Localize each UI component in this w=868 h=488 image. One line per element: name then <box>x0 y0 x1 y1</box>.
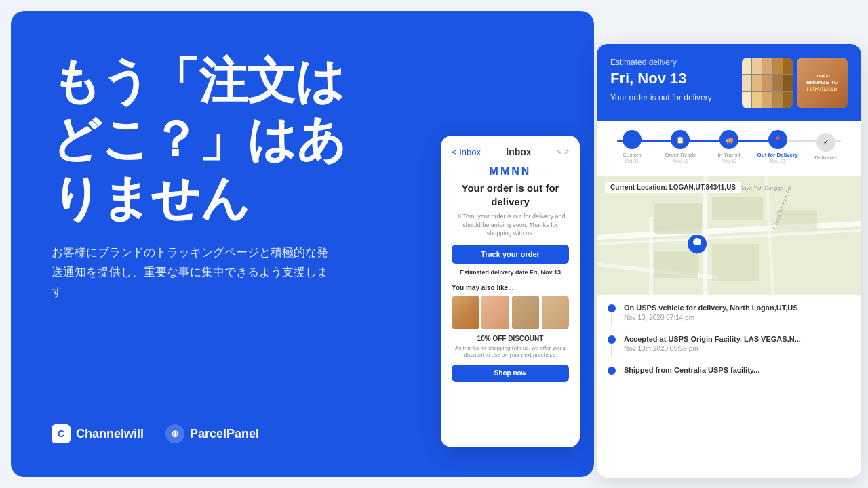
product-image-1 <box>452 296 479 329</box>
parcelpanel-label: ParcelPanel <box>190 427 259 441</box>
timeline-dot-col-1 <box>608 303 616 326</box>
map-current-location: Current Location: LOGAN,UT,84341,US <box>605 182 741 193</box>
timeline-time-2: Nov 13th 2020 05:59 pm <box>624 345 850 352</box>
nav-left-icon[interactable]: < <box>557 147 561 157</box>
svg-rect-11 <box>776 210 817 230</box>
step-custom-icon: → <box>623 130 642 149</box>
email-order-title: Your order is out for delivery <box>452 182 569 208</box>
parcelpanel-icon: ⊕ <box>165 424 184 443</box>
product-thumbnails: L'ORÉAL BRONZE TO PARADISE <box>742 58 848 108</box>
step-in-transit: 🚚 In Transit Nov 12 <box>705 130 753 163</box>
estimated-delivery-line: Estimated delivery date Fri, Nov 13 <box>452 269 569 276</box>
estimated-label: Estimated delivery <box>610 58 734 67</box>
svg-rect-7 <box>654 203 702 234</box>
timeline-time-1: Nov 13, 2020 07:14 pm <box>624 314 850 321</box>
loreal-thumbnail: L'ORÉAL BRONZE TO PARADISE <box>797 58 848 108</box>
palette-thumbnail <box>742 58 793 108</box>
step-delivered: ✓ Delivered <box>802 133 850 161</box>
timeline-dot-1 <box>608 304 616 312</box>
channelwill-brand: C Channelwill <box>52 424 144 443</box>
timeline-event-2: Accepted at USPS Origin Facility, LAS VE… <box>624 334 850 344</box>
timeline-content-1: On USPS vehicle for delivery, North Loga… <box>624 303 850 326</box>
track-order-button[interactable]: Track your order <box>452 245 569 264</box>
timeline-item-2: Accepted at USPS Origin Facility, LAS VE… <box>608 334 850 357</box>
step-order-ready: 📋 Order Ready Nov 11 <box>656 130 705 163</box>
step-custom: → Custom Oct 31 <box>608 130 656 163</box>
email-inbox-title: Inbox <box>506 146 531 157</box>
channelwill-icon: C <box>52 424 71 443</box>
email-card: < Inbox Inbox < > MMNN Your order is out… <box>441 136 580 447</box>
map-area: Jl. Raya Yeh Gangga Jl. Raya Teh Pauh Pi… <box>597 176 861 295</box>
email-back-button[interactable]: < Inbox <box>452 147 481 157</box>
step-order-ready-date: Nov 11 <box>673 159 688 163</box>
step-order-ready-label: Order Ready <box>665 152 696 159</box>
step-out-for-delivery-icon: 📍 <box>768 130 787 149</box>
parcelpanel-brand: ⊕ ParcelPanel <box>165 424 259 443</box>
map-svg: Jl. Raya Yeh Gangga Jl. Raya Teh Pauh Pi… <box>597 176 861 295</box>
step-delivered-label: Delivered <box>814 155 837 161</box>
timeline-section: On USPS vehicle for delivery, North Loga… <box>597 295 861 395</box>
discount-title: 10% OFF DISCOUNT <box>452 335 569 342</box>
delivery-date: Fri, Nov 13 <box>610 70 734 87</box>
product-image-3 <box>512 296 539 329</box>
map-background: Jl. Raya Yeh Gangga Jl. Raya Teh Pauh Pi… <box>597 176 861 295</box>
email-brand-name: MMNN <box>452 165 569 178</box>
timeline-dot-3 <box>608 367 616 375</box>
timeline-item-3: Shipped from Centralia USPS facility... <box>608 365 850 379</box>
discount-text: As thanks for shopping with us, we offer… <box>452 345 569 359</box>
step-out-for-delivery: 📍 Out for Delivery Nov 13 <box>753 130 802 163</box>
timeline-dot-col-2 <box>608 334 616 357</box>
progress-steps: → Custom Oct 31 📋 Order Ready Nov 11 🚚 I… <box>608 130 850 163</box>
step-in-transit-label: In Transit <box>718 152 741 159</box>
timeline-line-2 <box>611 344 612 357</box>
timeline-dot-2 <box>608 336 616 344</box>
out-for-delivery-text: Your order is out for delivery <box>610 93 734 102</box>
tracking-panel: Estimated delivery Fri, Nov 13 Your orde… <box>597 44 861 478</box>
email-body-text: Hi Tom, your order is out for delivery a… <box>452 212 569 238</box>
product-image-2 <box>481 296 509 329</box>
svg-rect-9 <box>654 251 698 278</box>
timeline-content-2: Accepted at USPS Origin Facility, LAS VE… <box>624 334 850 357</box>
timeline-line-1 <box>611 312 612 326</box>
svg-rect-8 <box>712 197 763 220</box>
step-order-ready-icon: 📋 <box>671 130 690 149</box>
step-in-transit-icon: 🚚 <box>719 130 738 149</box>
delivery-header: Estimated delivery Fri, Nov 13 Your orde… <box>597 44 861 121</box>
svg-rect-10 <box>712 244 760 281</box>
progress-tracker: → Custom Oct 31 📋 Order Ready Nov 11 🚚 I… <box>597 121 861 176</box>
step-delivered-icon: ✓ <box>816 133 835 152</box>
svg-point-13 <box>693 238 701 246</box>
step-custom-date: Oct 31 <box>625 159 639 163</box>
timeline-event-1: On USPS vehicle for delivery, North Loga… <box>624 303 850 312</box>
shop-now-button[interactable]: Shop now <box>452 365 569 382</box>
email-header: < Inbox Inbox < > <box>452 146 569 157</box>
timeline-event-3: Shipped from Centralia USPS facility... <box>624 365 850 375</box>
nav-right-icon[interactable]: > <box>564 147 569 157</box>
step-custom-label: Custom <box>623 152 642 159</box>
timeline-item-1: On USPS vehicle for delivery, North Loga… <box>608 303 850 326</box>
timeline-dot-col-3 <box>608 365 616 379</box>
step-out-for-delivery-label: Out for Delivery <box>757 152 798 159</box>
channelwill-label: Channelwill <box>76 427 144 441</box>
product-image-4 <box>542 296 569 329</box>
you-may-also-label: You may also like... <box>452 284 569 291</box>
timeline-content-3: Shipped from Centralia USPS facility... <box>624 365 850 379</box>
email-nav-arrows: < > <box>557 147 569 157</box>
product-images-row <box>452 296 569 329</box>
delivery-info: Estimated delivery Fri, Nov 13 Your orde… <box>610 58 734 102</box>
step-in-transit-date: Nov 12 <box>722 159 736 163</box>
step-out-for-delivery-date: Nov 13 <box>770 159 785 163</box>
sub-text: お客様にブランドのトラッキングページと積極的な発送通知を提供し、重要な事に集中で… <box>52 243 336 302</box>
